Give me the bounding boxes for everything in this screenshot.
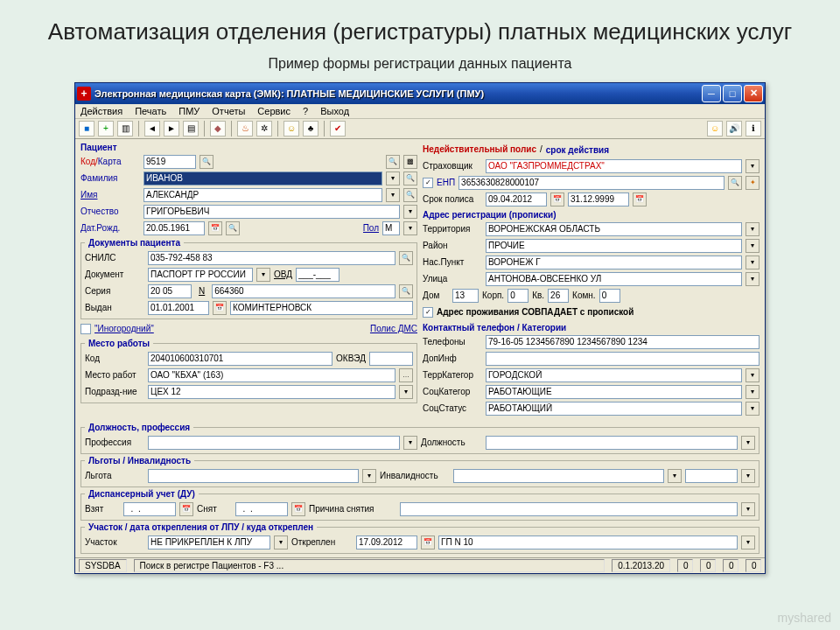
city-dropdown[interactable]: ▾ (746, 256, 760, 270)
insurer-dropdown[interactable]: ▾ (746, 159, 760, 173)
kv-field[interactable] (548, 289, 569, 303)
term-to-calendar-icon[interactable]: 📅 (633, 192, 647, 206)
komn-field[interactable] (599, 289, 620, 303)
close-button[interactable]: ✕ (744, 85, 763, 102)
work-code-field[interactable] (148, 352, 332, 366)
disability-extra-field[interactable] (685, 469, 738, 483)
soc-cat-field[interactable] (486, 385, 742, 399)
issued-by-field[interactable] (230, 301, 413, 315)
lookup-icon[interactable]: 🔍 (386, 155, 400, 169)
search-icon[interactable]: 🔍 (200, 155, 214, 169)
soc-cat-dropdown[interactable]: ▾ (746, 385, 760, 399)
work-place-field[interactable] (148, 368, 396, 382)
menu-pmu[interactable]: ПМУ (178, 106, 200, 116)
position-field[interactable] (486, 436, 738, 450)
disability-dropdown[interactable]: ▾ (668, 469, 682, 483)
name-search-icon[interactable]: 🔍 (403, 188, 417, 202)
profession-dropdown[interactable]: ▾ (403, 436, 417, 450)
issued-calendar-icon[interactable]: 📅 (213, 301, 227, 315)
menu-help[interactable]: ? (303, 106, 308, 116)
korp-field[interactable] (508, 289, 528, 303)
toolbar-info-icon[interactable]: ℹ (746, 121, 761, 136)
removed-field[interactable] (235, 502, 288, 516)
soc-status-dropdown[interactable]: ▾ (746, 402, 760, 416)
territory-dropdown[interactable]: ▾ (746, 222, 760, 236)
work-dept-dropdown[interactable]: ▾ (399, 385, 413, 399)
reason-dropdown[interactable]: ▾ (741, 502, 755, 516)
terr-cat-field[interactable] (486, 368, 742, 382)
district-dropdown[interactable]: ▾ (746, 239, 760, 253)
enp-check[interactable]: ✓ (423, 178, 433, 188)
detached-to-dropdown[interactable]: ▾ (741, 536, 755, 550)
enp-search-icon[interactable]: 🔍 (728, 176, 742, 190)
street-field[interactable] (486, 272, 742, 286)
number-search-icon[interactable]: 🔍 (399, 284, 413, 298)
toolbar-smile-icon[interactable]: ☺ (707, 121, 723, 136)
enp-action-icon[interactable]: ✦ (746, 176, 760, 190)
toolbar-tag-icon[interactable]: ◆ (210, 121, 226, 136)
surname-dropdown[interactable]: ▾ (386, 172, 400, 186)
disability-extra-dropdown[interactable]: ▾ (741, 469, 755, 483)
issued-date-field[interactable] (148, 301, 209, 315)
profession-field[interactable] (148, 436, 400, 450)
toolbar-flame-icon[interactable]: ♨ (237, 121, 253, 136)
benefit-field[interactable] (148, 469, 359, 483)
taken-field[interactable] (123, 502, 176, 516)
menu-reports[interactable]: Отчеты (212, 106, 245, 116)
taken-calendar-icon[interactable]: 📅 (179, 502, 193, 516)
okved-field[interactable] (369, 352, 413, 366)
menu-service[interactable]: Сервис (257, 106, 290, 116)
dob-field[interactable] (144, 221, 205, 235)
inogorod-label[interactable]: "Иногородний" (94, 324, 154, 333)
position-dropdown[interactable]: ▾ (741, 436, 755, 450)
patronymic-field[interactable] (144, 205, 400, 219)
work-dept-field[interactable] (148, 385, 396, 399)
term-to-field[interactable] (568, 192, 629, 206)
district-field[interactable] (486, 239, 742, 253)
calendar-icon[interactable]: 📅 (208, 221, 222, 235)
terr-cat-dropdown[interactable]: ▾ (746, 368, 760, 382)
maximize-button[interactable]: □ (723, 85, 742, 102)
dob-search-icon[interactable]: 🔍 (226, 221, 240, 235)
menu-actions[interactable]: Действия (80, 106, 122, 116)
qr-icon[interactable]: ▩ (403, 155, 417, 169)
menu-exit[interactable]: Выход (320, 106, 349, 116)
street-dropdown[interactable]: ▾ (746, 272, 760, 286)
city-field[interactable] (486, 256, 742, 270)
number-field[interactable] (212, 284, 396, 298)
detached-date-field[interactable] (356, 536, 417, 550)
surname-search-icon[interactable]: 🔍 (403, 172, 417, 186)
work-place-more[interactable]: … (399, 368, 413, 382)
sex-dropdown[interactable]: ▾ (403, 221, 417, 235)
toolbar-user-icon[interactable]: ☺ (284, 121, 299, 136)
toolbar-tree-icon[interactable]: ♣ (303, 121, 318, 136)
enp-field[interactable] (458, 176, 724, 190)
toolbar-add-icon[interactable]: + (98, 121, 114, 136)
doc-field[interactable] (148, 268, 253, 282)
name-dropdown[interactable]: ▾ (386, 188, 400, 202)
dms-link[interactable]: Полис ДМС (370, 324, 417, 333)
reason-field[interactable] (400, 502, 738, 516)
sex-field[interactable] (382, 221, 400, 235)
toolbar-gear-icon[interactable]: ✲ (256, 121, 272, 136)
addinfo-field[interactable] (486, 352, 760, 366)
term-from-field[interactable] (486, 192, 547, 206)
name-field[interactable] (144, 188, 382, 202)
area-field[interactable] (148, 536, 270, 550)
toolbar-prev-icon[interactable]: ◄ (144, 121, 160, 136)
ovd-field[interactable] (296, 268, 340, 282)
house-field[interactable] (452, 289, 479, 303)
menu-print[interactable]: Печать (135, 106, 166, 116)
surname-field[interactable] (144, 172, 382, 186)
term-from-calendar-icon[interactable]: 📅 (550, 192, 564, 206)
toolbar-new-icon[interactable]: ■ (79, 121, 94, 136)
inogorod-check[interactable] (80, 324, 91, 334)
code-field[interactable] (144, 155, 196, 169)
toolbar-card-icon[interactable]: ▥ (117, 121, 133, 136)
toolbar-doc-icon[interactable]: ▤ (183, 121, 199, 136)
insurer-field[interactable] (486, 159, 742, 173)
detached-calendar-icon[interactable]: 📅 (421, 536, 435, 550)
toolbar-check-icon[interactable]: ✔ (330, 121, 346, 136)
snils-field[interactable] (148, 251, 396, 265)
same-address-check[interactable]: ✓ (423, 307, 433, 318)
